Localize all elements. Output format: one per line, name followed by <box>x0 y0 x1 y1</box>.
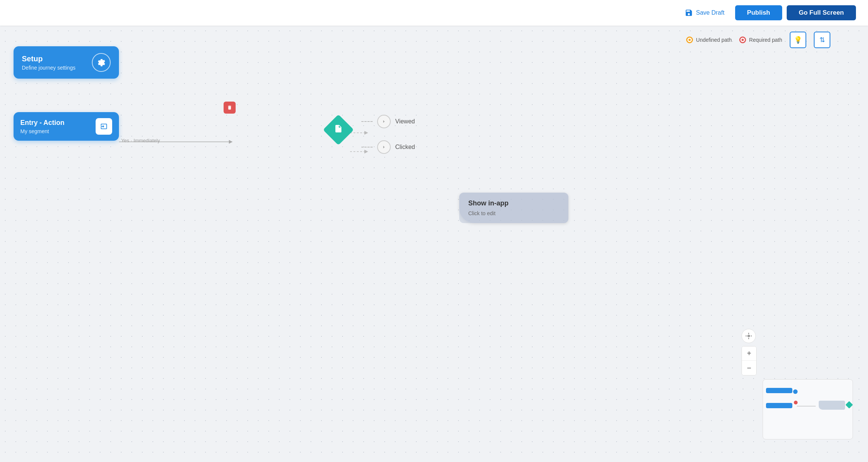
lightbulb-button[interactable]: 💡 <box>790 32 806 48</box>
setup-title: Setup <box>22 55 75 63</box>
mini-setup-dot <box>793 389 798 394</box>
required-path-legend: Required path <box>739 36 782 43</box>
dot-label: · <box>131 138 132 143</box>
setup-subtitle: Define journey settings <box>22 65 75 71</box>
fullscreen-label: Go Full Screen <box>799 9 844 16</box>
focus-button[interactable] <box>742 329 756 343</box>
mini-connection-line <box>797 406 816 406</box>
viewed-label: Viewed <box>395 118 415 125</box>
undefined-path-icon <box>686 36 693 43</box>
save-draft-label: Save Draft <box>696 9 725 16</box>
viewed-dashed-line <box>361 121 373 122</box>
yes-label: Yes <box>121 138 129 143</box>
entry-node[interactable]: Entry - Action My segment <box>14 112 119 141</box>
svg-marker-1 <box>229 140 233 144</box>
mini-map-content <box>763 380 853 439</box>
svg-point-6 <box>748 335 750 337</box>
mini-entry-node <box>766 403 792 408</box>
clicked-arrow <box>377 140 391 154</box>
filter-button[interactable]: ⇅ <box>814 32 830 48</box>
save-draft-button[interactable]: Save Draft <box>679 6 731 20</box>
connection-labels: Yes · Immediately <box>121 138 160 143</box>
show-inapp-inner: Show in-app Click to edit <box>459 193 568 223</box>
viewed-arrow <box>377 115 391 128</box>
legend-bar: Undefined path Required path 💡 ⇅ <box>686 32 830 48</box>
fullscreen-button[interactable]: Go Full Screen <box>787 5 856 20</box>
immediately-label: Immediately <box>134 138 160 143</box>
show-inapp-node[interactable]: Show in-app Click to edit <box>459 193 568 223</box>
setup-gear-icon <box>92 53 111 72</box>
lightbulb-icon: 💡 <box>794 36 802 44</box>
zoom-out-button[interactable]: − <box>742 361 756 375</box>
connections-svg <box>0 26 868 462</box>
filter-icon: ⇅ <box>819 36 825 44</box>
clicked-label: Clicked <box>395 144 415 150</box>
publish-button[interactable]: Publish <box>735 5 782 20</box>
setup-node[interactable]: Setup Define journey settings <box>14 46 119 79</box>
mini-entry-dot <box>794 401 798 404</box>
output-nodes: Viewed Clicked <box>361 115 415 154</box>
mini-map <box>763 379 853 439</box>
mini-setup-node <box>766 388 792 393</box>
mini-show-inapp-node <box>819 401 845 410</box>
required-path-label: Required path <box>749 37 782 43</box>
canvas: Undefined path Required path 💡 ⇅ Setup D… <box>0 26 868 462</box>
map-controls: + − <box>742 329 757 375</box>
entry-connector-icon <box>96 118 112 135</box>
entry-node-text: Entry - Action My segment <box>20 119 64 134</box>
header: Save Draft Publish Go Full Screen <box>0 0 868 26</box>
show-inapp-title: Show in-app <box>468 199 559 207</box>
viewed-output-row: Viewed <box>361 115 415 128</box>
setup-node-text: Setup Define journey settings <box>22 55 75 71</box>
publish-label: Publish <box>747 9 770 16</box>
zoom-in-button[interactable]: + <box>742 346 756 361</box>
undefined-path-label: Undefined path <box>696 37 732 43</box>
show-inapp-subtitle: Click to edit <box>468 210 559 216</box>
mini-diamond <box>845 401 853 409</box>
clicked-dashed-line <box>361 147 373 147</box>
clicked-output-row: Clicked <box>361 140 415 154</box>
zoom-controls: + − <box>742 346 757 375</box>
entry-subtitle: My segment <box>20 128 64 134</box>
floppy-icon <box>685 9 693 17</box>
teal-diamond-icon[interactable] <box>323 114 354 145</box>
required-path-icon <box>739 36 746 43</box>
entry-title: Entry - Action <box>20 119 64 127</box>
undefined-path-legend: Undefined path <box>686 36 732 43</box>
delete-button[interactable] <box>224 102 236 114</box>
